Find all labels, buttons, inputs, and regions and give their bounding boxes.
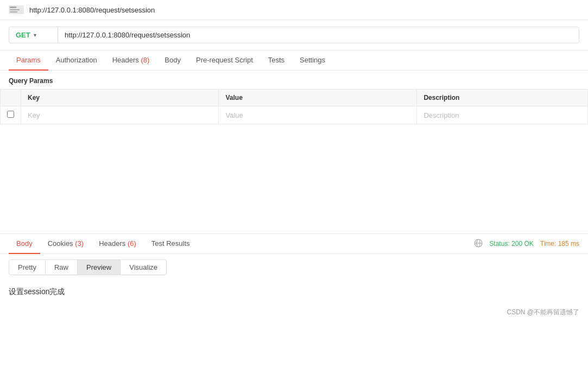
format-tab-pretty[interactable]: Pretty bbox=[9, 259, 46, 275]
footer-text: CSDN @不能再留遗憾了 bbox=[507, 308, 579, 317]
description-cell[interactable]: Description bbox=[417, 106, 588, 124]
params-table: Key Value Description Key Value Descript… bbox=[0, 89, 588, 124]
table-header-description: Description bbox=[417, 90, 588, 106]
row-checkbox[interactable] bbox=[1, 106, 21, 124]
svg-rect-1 bbox=[10, 7, 16, 8]
table-row: Key Value Description bbox=[1, 106, 588, 124]
format-tab-raw[interactable]: Raw bbox=[46, 259, 78, 275]
response-body: 设置session完成 bbox=[0, 281, 588, 303]
headers-badge: (8) bbox=[141, 56, 149, 64]
response-tabs: Body Cookies (3) Headers (6) Test Result… bbox=[0, 234, 588, 254]
format-tab-visualize[interactable]: Visualize bbox=[121, 259, 167, 275]
title-url: http://127.0.0.1:8080/request/setsession bbox=[29, 6, 155, 14]
tab-tests[interactable]: Tests bbox=[261, 50, 292, 71]
format-tab-preview[interactable]: Preview bbox=[78, 259, 121, 275]
app-icon bbox=[9, 4, 24, 15]
key-cell[interactable]: Key bbox=[21, 106, 219, 124]
format-tabs: Pretty Raw Preview Visualize bbox=[0, 254, 588, 281]
chevron-down-icon: ▾ bbox=[34, 32, 36, 38]
tab-settings[interactable]: Settings bbox=[292, 50, 333, 71]
response-tab-cookies[interactable]: Cookies (3) bbox=[40, 234, 91, 254]
title-bar: http://127.0.0.1:8080/request/setsession bbox=[0, 0, 588, 20]
row-checkbox-input[interactable] bbox=[7, 111, 14, 118]
request-section: Query Params Key Value Description Key V… bbox=[0, 71, 588, 233]
response-tab-headers[interactable]: Headers (6) bbox=[91, 234, 144, 254]
tab-prerequest[interactable]: Pre-request Script bbox=[188, 50, 261, 71]
table-header-checkbox bbox=[1, 90, 21, 106]
tab-params[interactable]: Params bbox=[9, 50, 48, 71]
response-tab-body[interactable]: Body bbox=[9, 234, 40, 254]
request-tabs: Params Authorization Headers (8) Body Pr… bbox=[0, 50, 588, 71]
globe-icon bbox=[474, 239, 483, 249]
response-headers-badge: (6) bbox=[128, 239, 136, 248]
status-text: Status: 200 OK bbox=[489, 240, 533, 248]
cookies-badge: (3) bbox=[75, 239, 84, 248]
tab-authorization[interactable]: Authorization bbox=[48, 50, 105, 71]
table-header-key: Key bbox=[21, 90, 219, 106]
svg-rect-2 bbox=[10, 9, 20, 10]
time-text: Time: 185 ms bbox=[540, 240, 579, 248]
svg-rect-3 bbox=[10, 11, 17, 12]
tab-headers[interactable]: Headers (8) bbox=[105, 50, 157, 71]
value-cell[interactable]: Value bbox=[219, 106, 417, 124]
method-selector[interactable]: GET ▾ bbox=[9, 27, 58, 43]
section-title: Query Params bbox=[0, 71, 588, 89]
url-input[interactable] bbox=[58, 27, 579, 43]
response-section: Body Cookies (3) Headers (6) Test Result… bbox=[0, 233, 588, 321]
response-status: Status: 200 OK Time: 185 ms bbox=[474, 239, 579, 249]
table-header-value: Value bbox=[219, 90, 417, 106]
footer: CSDN @不能再留遗憾了 bbox=[0, 303, 588, 321]
tab-body[interactable]: Body bbox=[157, 50, 188, 71]
url-bar: GET ▾ bbox=[0, 20, 588, 50]
response-tab-testresults[interactable]: Test Results bbox=[144, 234, 198, 254]
method-label: GET bbox=[16, 31, 30, 39]
